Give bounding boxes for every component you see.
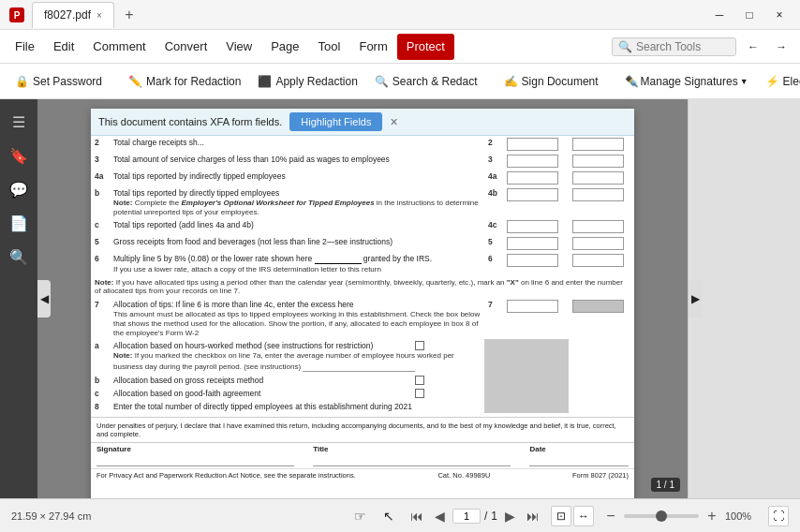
title-bar-controls: ─ □ × (706, 2, 793, 28)
highlight-fields-button[interactable]: Highlight Fields (289, 112, 382, 131)
signature-line[interactable] (96, 453, 294, 466)
title-line[interactable] (313, 453, 511, 466)
fit-width-button[interactable]: ↔ (573, 506, 594, 526)
fullscreen-button[interactable]: ⛶ (768, 506, 789, 526)
maximize-button[interactable]: □ (736, 2, 763, 28)
mark-redaction-button[interactable]: ✏️ Mark for Redaction (121, 67, 248, 96)
right-row-num: 4a (484, 170, 503, 186)
input-field[interactable] (572, 155, 624, 168)
menu-convert[interactable]: Convert (156, 34, 217, 60)
input-field[interactable] (507, 155, 558, 168)
menu-page[interactable]: Page (261, 34, 308, 60)
checkbox-7c[interactable] (415, 389, 424, 398)
minimize-button[interactable]: ─ (706, 2, 733, 28)
table-row: b Total tips reported by directly tipped… (91, 186, 634, 218)
row-text: Enter the total number of directly tippe… (110, 400, 484, 413)
menu-protect[interactable]: Protect (397, 34, 454, 60)
input-field[interactable] (507, 171, 558, 185)
hand-tool-button[interactable]: ☞ (350, 506, 371, 526)
menu-file[interactable]: File (6, 34, 44, 60)
menu-edit[interactable]: Edit (44, 34, 83, 60)
next-page-button[interactable]: ▶ (501, 507, 519, 525)
search-icon: 🔍 (618, 40, 632, 53)
table-row: 5 Gross receipts from food and beverages… (91, 235, 634, 252)
page-number-input[interactable] (452, 509, 481, 524)
menu-tool[interactable]: Tool (309, 34, 350, 60)
table-row: 6 Multiply line 5 by 8% (0.08) or the lo… (91, 252, 634, 275)
electro-button[interactable]: ⚡ Electro... (758, 67, 800, 96)
add-tab-button[interactable]: + (116, 2, 142, 28)
row-number: 6 (91, 252, 110, 275)
prev-page-button[interactable]: ◀ (431, 507, 449, 525)
sign-document-button[interactable]: ✍️ Sign Document (496, 67, 606, 96)
input-field[interactable] (572, 171, 624, 185)
nav-buttons: ← → (740, 34, 794, 60)
menu-view[interactable]: View (216, 34, 261, 60)
checkbox-7b[interactable] (415, 376, 424, 385)
search-input[interactable] (636, 40, 730, 53)
document-footer: For Privacy Act and Paperwork Reduction … (91, 468, 634, 481)
panel-bookmark-icon[interactable]: 🔖 (4, 140, 34, 170)
input-field[interactable] (507, 254, 558, 267)
zoom-out-button[interactable]: − (601, 507, 620, 525)
document-content: ◀ This document contains XFA form fields… (37, 99, 688, 498)
input-field[interactable] (572, 138, 624, 151)
zoom-slider[interactable] (624, 514, 699, 518)
input-field[interactable] (507, 237, 558, 250)
document-tab[interactable]: f8027.pdf × (32, 2, 114, 28)
row-text: Allocation of tips: If line 6 is more th… (110, 298, 484, 339)
table-row: c Total tips reported (add lines 4a and … (91, 218, 634, 235)
zoom-slider-thumb[interactable] (656, 510, 667, 522)
input-field[interactable] (507, 138, 558, 151)
search-redact-icon: 🔍 (375, 75, 389, 88)
menu-form[interactable]: Form (349, 34, 396, 60)
close-window-button[interactable]: × (766, 2, 793, 28)
input-field[interactable] (507, 300, 558, 313)
notification-close-button[interactable]: × (390, 114, 397, 129)
input-field[interactable] (572, 220, 624, 233)
input-field[interactable] (572, 254, 624, 267)
table-row: 2 Total charge receipts sh... 2 (91, 136, 634, 153)
electro-icon: ⚡ (765, 75, 779, 88)
signature-label: Signature (96, 445, 294, 453)
input-field[interactable] (507, 220, 558, 233)
menu-comment[interactable]: Comment (83, 34, 155, 60)
nav-back-button[interactable]: ← (740, 34, 766, 60)
row-number: 3 (91, 153, 110, 170)
title-bar-left: P f8027.pdf × + (7, 2, 706, 28)
left-collapse-button[interactable]: ◀ (37, 280, 51, 318)
input-field[interactable] (507, 188, 558, 201)
fit-page-button[interactable]: ⊡ (551, 506, 571, 526)
panel-comment-icon[interactable]: 💬 (4, 174, 34, 204)
manage-signatures-button[interactable]: ✒️ Manage Signatures ▼ (617, 67, 756, 96)
lock-icon: 🔒 (15, 75, 29, 88)
panel-page-icon[interactable]: 📄 (4, 208, 34, 238)
row-number: 2 (91, 136, 110, 153)
nav-forward-button[interactable]: → (768, 34, 794, 60)
page-badge: 1 / 1 (651, 478, 680, 491)
row-number: 8 (91, 400, 110, 413)
close-tab-icon[interactable]: × (96, 10, 102, 21)
first-page-button[interactable]: ⏮ (407, 507, 427, 525)
panel-search-icon[interactable]: 🔍 (4, 242, 34, 272)
set-password-button[interactable]: 🔒 Set Password (7, 67, 110, 96)
date-line[interactable] (529, 453, 629, 466)
search-redact-button[interactable]: 🔍 Search & Redact (367, 67, 485, 96)
select-tool-button[interactable]: ↖ (378, 506, 399, 526)
document-dimensions: 21.59 × 27.94 cm (11, 510, 343, 522)
input-field[interactable] (572, 188, 624, 201)
checkbox-7a[interactable] (415, 341, 424, 350)
input-field[interactable] (572, 237, 624, 250)
search-box[interactable]: 🔍 (612, 37, 736, 56)
right-collapse-button[interactable]: ▶ (689, 280, 702, 318)
notification-text: This document contains XFA form fields. (98, 116, 282, 127)
apply-redaction-button[interactable]: ⬛ Apply Redaction (250, 67, 364, 96)
panel-home-icon[interactable]: ☰ (4, 107, 34, 137)
zoom-area: − + 100% (601, 507, 761, 525)
row-number: 5 (91, 235, 110, 252)
last-page-button[interactable]: ⏭ (523, 507, 543, 525)
apply-redaction-label: Apply Redaction (275, 75, 357, 88)
zoom-in-button[interactable]: + (703, 507, 721, 525)
right-row-num: 4c (484, 218, 503, 235)
form-label: Form 8027 (2021) (572, 471, 629, 480)
